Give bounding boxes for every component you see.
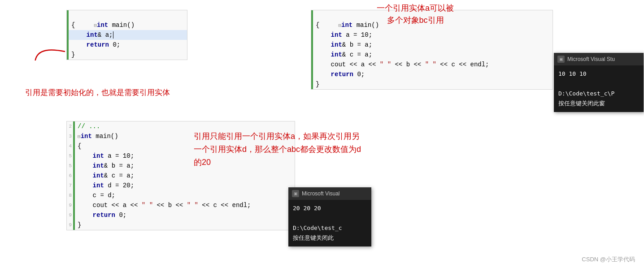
terminal-1: ▣ Microsoft Visual Stu 10 10 10 D:\Code\… — [554, 53, 644, 112]
top-left-code-block: ⊟int main() { int& a; return 0; } — [66, 10, 187, 60]
bottom-annotation: 引用只能引用一个引用实体a，如果再次引用另 一个引用实体d，那么整个abc都会更… — [194, 130, 361, 169]
watermark: CSDN @小王学代码 — [582, 255, 635, 264]
red-arrow — [27, 25, 72, 61]
top-left-annotation: 引用是需要初始化的，也就是需要引用实体 — [25, 87, 170, 98]
terminal-2: ▣ Microsoft Visual 20 20 20 D:\Code\test… — [288, 187, 371, 246]
top-right-annotation: 一个引用实体a可以被多个对象bc引用 — [377, 2, 454, 26]
